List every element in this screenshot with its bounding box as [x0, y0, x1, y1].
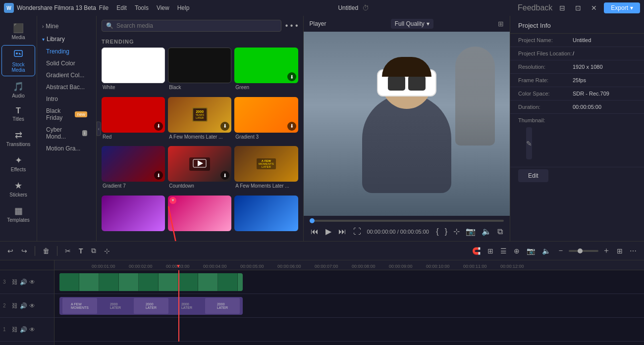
track-clip-effect-2[interactable]: A FEWMOMENTS 2000LATER 2000LATER 2000LAT… — [59, 297, 243, 315]
snapshot-btn[interactable]: 📷 — [465, 226, 477, 237]
fullscreen-btn[interactable]: ⛶ — [352, 226, 362, 237]
search-box: 🔍 — [102, 20, 281, 32]
minimize-btn[interactable]: ⊟ — [556, 3, 568, 13]
sidebar-collapse-btn[interactable]: ‹ — [97, 121, 101, 136]
mark-in-btn[interactable]: { — [435, 226, 439, 237]
zoom-slider[interactable] — [569, 250, 598, 252]
media-thumb-gradient3[interactable]: ⬇ + — [234, 97, 298, 133]
media-thumb-pink[interactable]: ♥ + — [168, 196, 231, 231]
media-thumb-red[interactable]: ⬇ + — [102, 97, 165, 133]
thumbnail-edit-icon-btn[interactable]: ✎ — [526, 140, 532, 148]
toolbar-audio[interactable]: 🎵 Audio — [1, 78, 35, 101]
sidebar-library[interactable]: ▾ Library — [37, 33, 96, 46]
player-settings-icon[interactable]: ⊞ — [498, 20, 504, 28]
media-thumb-white[interactable]: + — [102, 48, 165, 83]
snap-btn[interactable]: 🧲 — [470, 246, 483, 256]
text-insert-btn[interactable]: T — [76, 246, 86, 256]
copy-btn[interactable]: ⧉ — [89, 245, 99, 256]
close-btn[interactable]: ✕ — [588, 3, 600, 13]
download-moments-icon[interactable]: ⬇ — [220, 122, 229, 131]
media-thumb-purple[interactable]: + — [102, 196, 165, 231]
media-thumb-countdown[interactable]: ⬇ — [168, 146, 231, 182]
zoom-in-btn[interactable]: ＋ — [600, 245, 612, 257]
vol-tl-btn[interactable]: 🔈 — [539, 246, 553, 256]
menu-file[interactable]: File — [99, 4, 108, 11]
track1-eye-btn[interactable]: 👁 — [29, 326, 35, 333]
clip-type-btn[interactable]: ☰ — [498, 246, 509, 256]
track-clip-video-3[interactable] — [59, 273, 243, 291]
track1-speaker-btn[interactable]: 🔊 — [20, 326, 27, 333]
ripple-btn[interactable]: ⊞ — [485, 246, 496, 256]
menu-tools[interactable]: Tools — [135, 4, 149, 11]
titlebar-menu: File Edit Tools View Help — [99, 4, 190, 11]
search-input[interactable] — [116, 22, 277, 29]
add-gradient7-icon: + — [128, 158, 139, 169]
sidebar-item-intro[interactable]: Intro — [39, 93, 94, 105]
track2-link-btn[interactable]: ⛓ — [12, 302, 18, 309]
menu-edit[interactable]: Edit — [116, 4, 127, 11]
cut-btn[interactable]: ✂ — [62, 246, 73, 256]
time-mark-10: 00:00:10:00 — [426, 264, 450, 269]
add-track-btn[interactable]: ⊕ — [511, 246, 522, 256]
track2-eye-btn[interactable]: 👁 — [29, 302, 35, 309]
track3-speaker-btn[interactable]: 🔊 — [20, 279, 27, 286]
resolution-label: Resolution: — [518, 64, 573, 70]
toolbar-stickers[interactable]: ★ Stickers — [1, 177, 35, 200]
sidebar-item-abstract-bac[interactable]: Abstract Bac... — [39, 81, 94, 93]
sidebar-item-cyber-monday[interactable]: Cyber Mond... i — [39, 124, 94, 143]
maximize-btn[interactable]: ⊡ — [572, 3, 584, 13]
feedback-btn[interactable]: Feedback — [518, 3, 552, 12]
prev-frame-btn[interactable]: ⏮ — [310, 226, 320, 237]
menu-help[interactable]: Help — [177, 4, 190, 11]
menu-view[interactable]: View — [157, 4, 169, 11]
pip-btn[interactable]: ⧉ — [496, 226, 504, 237]
mark-out-btn[interactable]: } — [444, 226, 448, 237]
project-name-label: Project Name: — [518, 37, 573, 43]
player-timeline-bar[interactable] — [310, 220, 504, 222]
track3-eye-btn[interactable]: 👁 — [29, 279, 35, 286]
next-frame-btn[interactable]: ⏭ — [337, 226, 347, 237]
media-thumb-gradient7[interactable]: ⬇ + — [102, 146, 165, 182]
grid-view-btn[interactable]: ⊞ — [614, 246, 625, 256]
player-handle[interactable] — [310, 218, 315, 223]
sidebar-item-trending[interactable]: Trending — [39, 46, 94, 57]
volume-btn[interactable]: 🔈 — [481, 226, 492, 237]
redo-btn[interactable]: ↪ — [19, 246, 30, 256]
track3-link-btn[interactable]: ⛓ — [12, 279, 18, 286]
camera-tl-btn[interactable]: 📷 — [524, 246, 537, 256]
media-thumb-moments2[interactable]: A FEW MOMENTS LATER — [234, 146, 298, 182]
zoom-out-btn[interactable]: － — [555, 245, 567, 257]
zoom-handle[interactable] — [578, 248, 583, 253]
crop-btn[interactable]: ⊹ — [452, 226, 461, 237]
undo-btn[interactable]: ↩ — [5, 246, 16, 256]
player-viewport — [304, 32, 510, 216]
sidebar-mine[interactable]: › Mine — [37, 20, 96, 33]
export-button[interactable]: Export ▾ — [604, 2, 640, 13]
media-thumb-green[interactable]: ⬇ + — [234, 48, 298, 83]
project-edit-button[interactable]: Edit — [518, 169, 548, 182]
quality-selector[interactable]: Full Quality ▾ — [391, 19, 433, 29]
sidebar-item-gradient-color[interactable]: Gradient Col... — [39, 69, 94, 81]
playhead[interactable] — [178, 270, 179, 342]
delete-btn[interactable]: 🗑 — [40, 246, 52, 256]
toolbar-titles[interactable]: T Titles — [1, 103, 35, 125]
project-name-value: Untitled — [573, 37, 636, 43]
media-thumb-blue[interactable]: + — [234, 196, 298, 231]
play-btn[interactable]: ▶ — [324, 226, 332, 237]
more-options-btn[interactable]: • • • — [285, 21, 298, 30]
track1-link-btn[interactable]: ⛓ — [12, 326, 18, 333]
sidebar-item-black-friday[interactable]: Black Friday new — [39, 105, 94, 124]
media-thumb-moments[interactable]: 2000 YEARS LATER ⬇ — [168, 97, 231, 133]
media-thumb-black[interactable]: + — [168, 48, 231, 83]
toolbar-transitions[interactable]: ⇄ Transitions — [1, 127, 35, 150]
sidebar-item-motion-gra[interactable]: Motion Gra... — [39, 143, 94, 154]
settings-tl-btn[interactable]: ⋯ — [627, 246, 639, 256]
toolbar-effects[interactable]: ✦ Effects — [1, 152, 35, 175]
toolbar-templates[interactable]: ▦ Templates — [1, 202, 35, 226]
more-tl-btn[interactable]: ⊹ — [102, 246, 112, 256]
quality-chevron-icon: ▾ — [427, 20, 429, 27]
track2-speaker-btn[interactable]: 🔊 — [20, 302, 27, 309]
toolbar-media[interactable]: ⬛ Media — [1, 20, 35, 43]
toolbar-stock-media[interactable]: Stock Media — [1, 45, 35, 76]
sidebar-item-solid-color[interactable]: Solid Color — [39, 57, 94, 69]
